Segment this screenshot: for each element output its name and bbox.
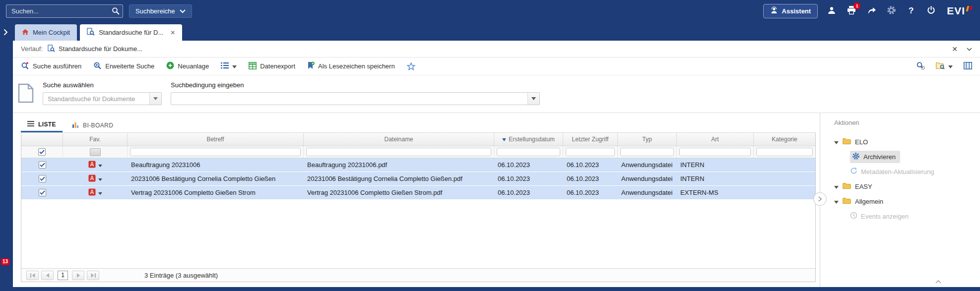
col-dateiname[interactable]: Dateiname (304, 133, 494, 146)
first-page-button[interactable] (26, 271, 39, 280)
tab-liste[interactable]: LISTE (21, 118, 63, 132)
close-icon[interactable]: ✕ (952, 45, 958, 53)
next-page-button[interactable] (72, 271, 84, 280)
assistant-button[interactable]: Assistent (763, 4, 818, 18)
expand-sidebar-chevron-icon[interactable] (3, 29, 8, 38)
search-condition-group: Suchbedingung eingeben (171, 81, 540, 105)
group-easy[interactable]: EASY (834, 179, 980, 194)
tab-label: Standardsuche für D... (99, 29, 163, 36)
cell-letzter-zugriff: 06.10.2023 (563, 189, 618, 196)
action-archive-selected[interactable]: Archivieren (850, 151, 900, 163)
settings-button[interactable] (885, 5, 897, 17)
sync-icon (850, 167, 857, 176)
filter-input-kategorie[interactable] (756, 148, 813, 156)
expander-down-icon[interactable] (834, 138, 839, 146)
table-row[interactable]: Vertrag 20231006 Completto Gießen Strom … (21, 186, 815, 200)
help-button[interactable]: ? (905, 5, 917, 17)
chevron-down-icon[interactable] (527, 93, 539, 105)
row-dropdown-icon[interactable] (98, 175, 102, 182)
sort-desc-icon (502, 136, 506, 143)
fav-filter-button[interactable] (90, 148, 101, 156)
col-art[interactable]: Art (677, 133, 754, 146)
filter-input-typ[interactable] (620, 148, 674, 156)
brand-mark-red (970, 6, 973, 10)
table-row[interactable]: 20231006 Bestätigung Cornelia Completto … (21, 172, 815, 186)
row-checkbox[interactable] (39, 161, 46, 169)
expander-down-icon[interactable] (834, 183, 839, 190)
action-metadata-update[interactable]: Metadaten-Aktualisierung (850, 164, 980, 179)
col-betreff[interactable]: Betreff (128, 133, 304, 146)
search-form: Suche auswählen Standardsuche für Dokume… (13, 75, 980, 113)
logout-button[interactable] (925, 5, 937, 17)
chevron-down-icon[interactable] (967, 45, 972, 53)
cell-typ: Anwendungsdatei (618, 161, 677, 169)
user-icon (827, 6, 836, 16)
actions-tree: ELO Archivieren Metadaten-Aktualisierung (834, 134, 980, 224)
search-icon[interactable] (112, 7, 120, 17)
folder-search-button[interactable] (936, 62, 953, 71)
tab-standardsuche[interactable]: Standardsuche für D... ✕ (80, 24, 182, 41)
search-settings-button[interactable] (916, 61, 925, 71)
run-search-button[interactable]: Suche ausführen (21, 61, 81, 71)
group-allgemein[interactable]: Allgemein (834, 194, 980, 209)
cell-erstellungsdatum: 06.10.2023 (494, 175, 563, 182)
col-letzter-zugriff[interactable]: Letzter Zugriff (563, 133, 618, 146)
filter-input-art[interactable] (679, 148, 751, 156)
user-button[interactable] (826, 5, 838, 17)
table-row[interactable]: Beauftragung 20231006 Beauftragung 20231… (21, 158, 815, 172)
history-entry[interactable]: Standardsuche für Dokume... (48, 45, 142, 54)
filter-input-dateiname[interactable] (306, 148, 491, 156)
printer-button[interactable]: 1 (846, 5, 857, 17)
favorite-star-icon[interactable] (407, 62, 415, 70)
group-elo[interactable]: ELO (834, 134, 980, 149)
data-export-label: Datenexport (260, 62, 295, 70)
view-mode-button[interactable] (221, 62, 237, 70)
pdf-icon (88, 175, 96, 183)
page-number-box[interactable]: 1 (58, 271, 68, 280)
chevron-down-icon (232, 62, 237, 70)
tab-close-icon[interactable]: ✕ (170, 29, 175, 36)
results-summary: 3 Einträge (3 ausgewählt) (144, 272, 218, 279)
select-all-checkbox[interactable] (38, 148, 46, 156)
search-scopes-button[interactable]: Suchbereiche (129, 4, 192, 18)
filter-input-erstellungsdatum[interactable] (497, 148, 560, 156)
col-typ-label: Typ (642, 136, 652, 143)
action-show-events[interactable]: Events anzeigen (850, 209, 980, 224)
tab-mein-cockpit[interactable]: Mein Cockpit (15, 24, 77, 41)
new-entry-button[interactable]: Neuanlage (166, 61, 209, 71)
last-page-button[interactable] (87, 271, 99, 280)
redo-button[interactable] (865, 5, 877, 17)
row-dropdown-icon[interactable] (98, 161, 102, 169)
scroll-up-icon[interactable] (935, 278, 941, 285)
save-bookmark-button[interactable]: Als Lesezeichen speichern (307, 61, 395, 71)
cell-art: INTERN (677, 175, 754, 182)
col-kategorie[interactable]: Kategorie (754, 133, 815, 146)
col-typ[interactable]: Typ (618, 133, 677, 146)
action-archive[interactable]: Archivieren (850, 149, 980, 164)
chevron-down-icon[interactable] (149, 93, 161, 105)
sidebar-notification-badge[interactable]: 13 (1, 258, 9, 265)
search-condition-input[interactable] (171, 93, 527, 105)
tab-bi-board[interactable]: BI-BOARD (65, 118, 120, 132)
prev-page-button[interactable] (41, 271, 54, 280)
search-input[interactable] (6, 4, 123, 18)
row-dropdown-icon[interactable] (98, 189, 102, 196)
row-checkbox[interactable] (39, 175, 46, 182)
col-erstellungsdatum[interactable]: Erstellungsdatum (494, 133, 563, 146)
expander-down-icon[interactable] (834, 198, 839, 205)
search-condition-combobox (171, 92, 540, 105)
col-letzter-zugriff-label: Letzter Zugriff (572, 136, 609, 143)
data-export-button[interactable]: Datenexport (249, 62, 295, 71)
column-settings-button[interactable] (964, 62, 972, 71)
pdf-icon (88, 188, 96, 197)
search-select-combobox[interactable]: Standardsuche für Dokumente (43, 92, 162, 105)
filter-input-betreff[interactable] (130, 148, 301, 156)
col-fav[interactable]: Fav. (63, 133, 128, 146)
filter-input-letzter-zugriff[interactable] (566, 148, 615, 156)
brand-logo: EVI (947, 5, 972, 17)
pagination-bar: 1 3 Einträge (3 ausgewählt) (21, 268, 815, 282)
panel-collapse-button[interactable] (813, 192, 827, 206)
row-checkbox[interactable] (39, 189, 46, 196)
headset-icon (770, 6, 778, 16)
advanced-search-button[interactable]: Erweiterte Suche (93, 61, 154, 71)
